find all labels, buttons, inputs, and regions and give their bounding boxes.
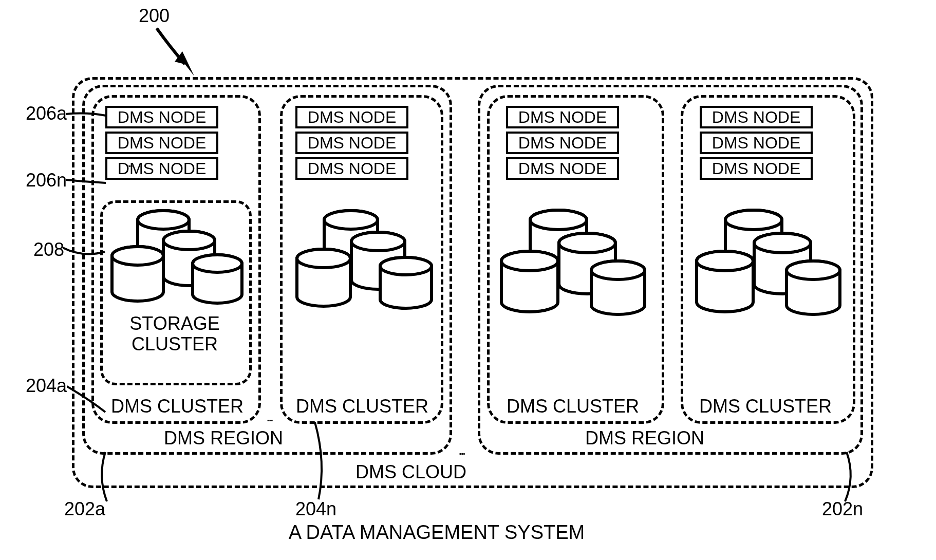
svg-point-26	[725, 210, 782, 230]
arrow-200	[154, 26, 200, 77]
ref-208: 208	[33, 239, 64, 260]
svg-point-32	[787, 261, 840, 279]
dms-node: DMS NODE	[506, 132, 619, 154]
storage-cluster-label: STORAGE CLUSTER	[116, 313, 234, 354]
nodes-col-2: DMS NODE DMS NODE DMS NODE	[295, 103, 408, 183]
leader-208	[63, 241, 106, 262]
ref-200: 200	[139, 5, 170, 27]
leader-206a	[66, 108, 107, 123]
dms-node: DMS NODE	[295, 106, 408, 128]
diagram-stage: 200 DMS CLOUD DMS REGION ... DMS REGION …	[26, 5, 899, 550]
storage-cluster-text: STORAGE CLUSTER	[129, 313, 219, 354]
leader-204n	[311, 421, 336, 501]
svg-point-14	[351, 232, 405, 251]
cylinders-3	[496, 204, 650, 328]
dms-cluster-4-label: DMS CLUSTER	[694, 396, 837, 417]
svg-point-22	[559, 233, 615, 253]
svg-point-18	[530, 210, 587, 230]
dms-cluster-3-label: DMS CLUSTER	[501, 396, 645, 417]
dms-node: DMS NODE	[700, 132, 813, 154]
cluster-ellipsis-left: ...	[266, 408, 272, 425]
dms-cloud-label: DMS CLOUD	[347, 461, 475, 483]
dms-cluster-1-label: DMS CLUSTER	[105, 396, 249, 417]
dms-node: DMS NODE	[506, 106, 619, 128]
svg-point-20	[501, 251, 558, 271]
ref-206a: 206a	[26, 103, 67, 124]
dms-node: DMS NODE	[105, 157, 218, 180]
cylinders-2	[292, 204, 436, 323]
leader-202n	[837, 451, 868, 502]
svg-point-8	[193, 255, 242, 272]
dms-node: DMS NODE	[105, 132, 218, 154]
svg-point-2	[138, 211, 189, 229]
dms-node: DMS NODE	[506, 157, 619, 180]
dms-node: DMS NODE	[700, 106, 813, 128]
ref-206n: 206n	[26, 170, 67, 191]
region-ellipsis: ...	[458, 442, 464, 458]
leader-202a	[92, 451, 123, 502]
dms-node: DMS NODE	[105, 106, 218, 128]
svg-point-6	[163, 231, 215, 250]
ref-204n: 204n	[295, 498, 336, 520]
svg-point-12	[297, 249, 350, 268]
svg-point-24	[591, 261, 645, 279]
nodes-col-1: DMS NODE DMS NODE DMS NODE	[105, 103, 218, 183]
leader-204a	[67, 380, 108, 416]
svg-point-28	[697, 251, 753, 271]
svg-point-10	[324, 211, 378, 229]
nodes-col-4: DMS NODE DMS NODE DMS NODE	[700, 103, 813, 183]
cylinders-1	[107, 204, 246, 312]
cylinders-4	[691, 204, 845, 328]
dms-node: DMS NODE	[295, 132, 408, 154]
nodes-col-3: DMS NODE DMS NODE DMS NODE	[506, 103, 619, 183]
svg-point-30	[754, 233, 811, 253]
leader-206n	[66, 174, 107, 189]
node-ellipsis-1: ...	[126, 154, 132, 171]
dms-node: DMS NODE	[295, 157, 408, 180]
dms-cluster-2-label: DMS CLUSTER	[290, 396, 434, 417]
system-label: A DATA MANAGEMENT SYSTEM	[257, 521, 616, 544]
dms-node: DMS NODE	[700, 157, 813, 180]
ref-204a: 204a	[26, 375, 67, 397]
dms-region-left-label: DMS REGION	[159, 427, 288, 449]
svg-point-4	[112, 247, 163, 265]
svg-point-16	[380, 257, 432, 275]
dms-region-right-label: DMS REGION	[581, 427, 709, 449]
